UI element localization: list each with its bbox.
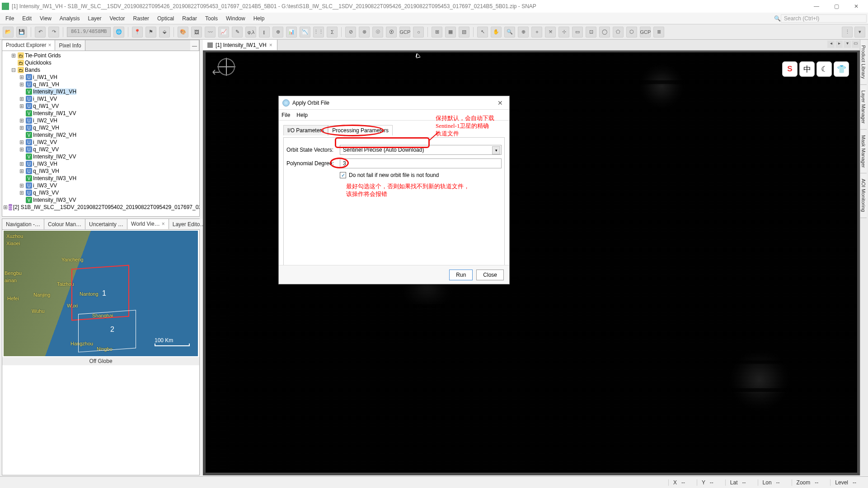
circle-icon[interactable]: ◯ <box>599 27 610 37</box>
donotfail-checkbox[interactable]: ✓ <box>340 172 346 178</box>
range-icon[interactable]: ⬙ <box>159 27 170 37</box>
menu-analysis[interactable]: Analysis <box>56 14 84 23</box>
redo-icon[interactable]: ↷ <box>48 27 59 37</box>
tree-band[interactable]: Intensity_IW2_VH <box>33 132 76 138</box>
tree-band[interactable]: Intensity_IW2_VV <box>33 153 76 160</box>
more-icon[interactable]: ⋮ <box>842 27 853 37</box>
tree-band[interactable]: i_IW2_VH <box>33 117 57 124</box>
tree-tiepoint[interactable]: Tie-Point Grids <box>25 52 61 59</box>
image-icon[interactable]: 🖼 <box>191 27 202 37</box>
dialog-menu-file[interactable]: File <box>282 112 290 118</box>
tree-product2[interactable]: [2] S1B_IW_SLC__1SDV_20190822T095402_201… <box>13 204 199 210</box>
crossup-icon[interactable]: ⤧ <box>545 27 556 37</box>
line-icon[interactable]: 📉 <box>300 27 310 37</box>
menu-optical[interactable]: Optical <box>153 14 178 23</box>
pin-icon[interactable]: 📍 <box>132 27 143 37</box>
tab-mask-manager[interactable]: Mask Manager <box>860 130 867 174</box>
tab-layer-manager[interactable]: Layer Manager <box>860 85 867 130</box>
maximize-button[interactable]: ▢ <box>826 1 846 12</box>
tab-colour[interactable]: Colour Man… <box>44 219 85 229</box>
menu-file[interactable]: File <box>1 14 18 23</box>
tab-next-icon[interactable]: ▸ <box>835 41 843 48</box>
tree-band[interactable]: q_IW1_VH <box>33 81 59 88</box>
close-icon[interactable]: × <box>269 42 272 48</box>
rectplus-icon[interactable]: ⊡ <box>586 27 596 37</box>
panel-minimize-icon[interactable]: — <box>190 40 199 51</box>
menu-view[interactable]: View <box>36 14 56 23</box>
tree-band[interactable]: i_IW1_VV <box>33 96 57 102</box>
sigma-icon[interactable]: Σ <box>327 27 338 37</box>
dialog-titlebar[interactable]: Apply Orbit File ✕ <box>279 96 509 110</box>
poly-degree-input[interactable] <box>340 158 502 168</box>
link4-icon[interactable]: ⦿ <box>386 27 397 37</box>
tree-band[interactable]: q_IW3_VV <box>33 190 59 196</box>
tree-band[interactable]: i_IW2_VV <box>33 139 57 145</box>
graph-icon[interactable]: 📈 <box>218 27 229 37</box>
globe-icon[interactable]: 🌐 <box>113 27 124 37</box>
link3-icon[interactable]: ⦾ <box>372 27 383 37</box>
wave-icon[interactable]: 〰 <box>205 27 216 37</box>
tab-dropdown-icon[interactable]: ▾ <box>844 41 851 48</box>
tab-worldview[interactable]: World Vie…× <box>127 219 169 229</box>
menu-help[interactable]: Help <box>249 14 269 23</box>
tree-band[interactable]: i_IW3_VH <box>33 161 57 167</box>
tree-band[interactable]: i_IW3_VV <box>33 182 57 189</box>
tree-band[interactable]: i_IW1_VH <box>33 74 57 80</box>
close-icon[interactable]: × <box>162 221 165 227</box>
crossadd-icon[interactable]: ⊹ <box>558 27 569 37</box>
tree-band[interactable]: Intensity_IW3_VV <box>33 197 76 203</box>
run-button[interactable]: Run <box>449 270 473 280</box>
search-input[interactable]: Search (Ctrl+I) <box>781 14 867 23</box>
flag-icon[interactable]: ⚑ <box>145 27 156 37</box>
view-tab[interactable]: [1] Intensity_IW1_VH × <box>203 40 277 50</box>
tab-product-explorer[interactable]: Product Explorer × <box>2 40 55 51</box>
open-icon[interactable]: 📂 <box>3 27 14 37</box>
layers-icon[interactable]: ≣ <box>653 27 664 37</box>
polygon-icon[interactable]: ⬡ <box>626 27 637 37</box>
chevron-down-icon[interactable]: ▾ <box>492 146 500 154</box>
tree-band[interactable]: Intensity_IW3_VH <box>33 175 76 181</box>
close-icon[interactable]: × <box>48 42 51 48</box>
zoom-icon[interactable]: 🔍 <box>504 27 515 37</box>
undo-icon[interactable]: ↶ <box>35 27 46 37</box>
product-tree[interactable]: ⊞🗀Tie-Point Grids 🗀Quicklooks ⊟🗀Bands ⊞U… <box>2 51 199 215</box>
menu-vector[interactable]: Vector <box>106 14 129 23</box>
link1-icon[interactable]: ⊘ <box>345 27 356 37</box>
menu-window[interactable]: Window <box>222 14 249 23</box>
minimize-button[interactable]: — <box>807 1 826 12</box>
gcp2-icon[interactable]: GCP <box>640 27 651 37</box>
pointer-icon[interactable]: ↖ <box>477 27 488 37</box>
menu-raster[interactable]: Raster <box>129 14 153 23</box>
close-button[interactable]: Close <box>476 270 504 280</box>
grid2-icon[interactable]: ▦ <box>445 27 456 37</box>
tab-product-library[interactable]: Product Library <box>860 40 867 85</box>
lambda-icon[interactable]: φ,λ <box>245 27 256 37</box>
tree-bands[interactable]: Bands <box>25 67 40 73</box>
tree-band[interactable]: q_IW2_VH <box>33 125 59 131</box>
overlay-moon-button[interactable]: ☾ <box>816 61 832 77</box>
save-icon[interactable]: 💾 <box>16 27 27 37</box>
grid1-icon[interactable]: ⊞ <box>432 27 442 37</box>
target-icon[interactable]: ⊕ <box>272 27 283 37</box>
scatter-icon[interactable]: ⋮⋮ <box>313 27 324 37</box>
tab-pixel-info[interactable]: Pixel Info <box>55 40 85 51</box>
tree-band[interactable]: Intensity_IW1_VV <box>33 110 76 116</box>
tab-max-icon[interactable]: ▭ <box>852 41 859 48</box>
gcp-label-icon[interactable]: GCP <box>399 27 410 37</box>
zoomplus-icon[interactable]: ⊕ <box>518 27 529 37</box>
overlay-shirt-button[interactable]: 👕 <box>834 61 849 77</box>
palette-icon[interactable]: 🎨 <box>178 27 188 37</box>
dialog-close-icon[interactable]: ✕ <box>495 98 506 107</box>
tree-quicklooks[interactable]: Quicklooks <box>25 60 52 66</box>
cross-icon[interactable]: ＋ <box>531 27 542 37</box>
close-button[interactable]: ✕ <box>846 1 866 12</box>
tree-band[interactable]: q_IW1_VV <box>33 103 59 109</box>
menu-radar[interactable]: Radar <box>178 14 201 23</box>
chart-icon[interactable]: 📊 <box>286 27 297 37</box>
edit-icon[interactable]: ✎ <box>232 27 243 37</box>
link2-icon[interactable]: ⊗ <box>359 27 370 37</box>
worldview-map[interactable]: Xuzhou Xiaoei Yancheng Bengbu ainan Taiz… <box>4 231 198 356</box>
tab-prev-icon[interactable]: ◂ <box>827 41 835 48</box>
tab-uncertainty[interactable]: Uncertainty … <box>85 219 127 229</box>
tree-band[interactable]: q_IW3_VH <box>33 168 59 174</box>
